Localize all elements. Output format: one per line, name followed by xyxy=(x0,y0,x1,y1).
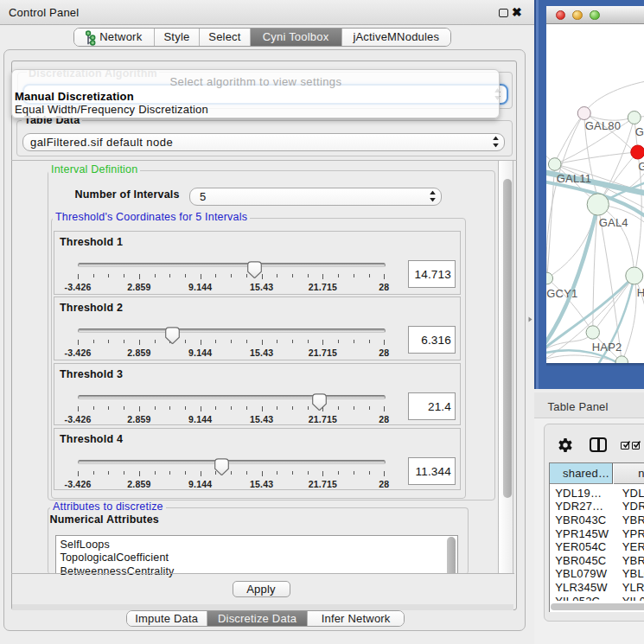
svg-text:GAL4: GAL4 xyxy=(598,216,628,229)
svg-text:GCY1: GCY1 xyxy=(546,287,577,300)
svg-text:G: G xyxy=(638,160,644,173)
svg-text:G.: G. xyxy=(634,125,644,138)
svg-text:H: H xyxy=(636,286,644,299)
svg-text:HAP2: HAP2 xyxy=(591,341,622,354)
svg-text:GAL80: GAL80 xyxy=(584,119,620,132)
svg-text:GAL11: GAL11 xyxy=(556,172,591,185)
